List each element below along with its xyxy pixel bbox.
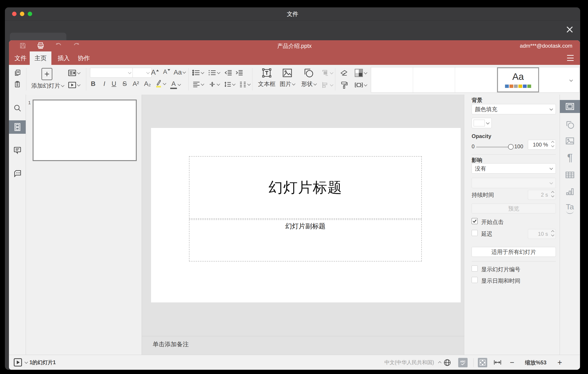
- zoom-level: 缩放%53: [525, 355, 546, 370]
- close-icon[interactable]: [566, 26, 574, 33]
- font-color-button[interactable]: A: [170, 80, 180, 89]
- apply-all-slides-button[interactable]: 适用于所有幻灯片: [472, 247, 556, 257]
- slide-title-text: 幻灯片标题: [269, 178, 342, 197]
- color-scheme-button[interactable]: [354, 68, 367, 77]
- image-settings-tab[interactable]: [560, 134, 580, 147]
- slide-info: 1的幻灯片1: [30, 355, 56, 370]
- add-slide-icon[interactable]: [42, 68, 52, 80]
- toolbar: 添加幻灯片 A A Aa: [9, 65, 580, 95]
- change-case-button[interactable]: Aa: [174, 68, 185, 76]
- underline-button[interactable]: U: [111, 80, 117, 88]
- slide-settings-tab[interactable]: [560, 100, 580, 113]
- tab-home[interactable]: 主页: [30, 51, 51, 65]
- effect-select[interactable]: 没有: [472, 163, 556, 174]
- opacity-slider-track[interactable]: [476, 146, 509, 148]
- start-on-click-checkbox[interactable]: [472, 218, 478, 224]
- line-spacing-button[interactable]: [224, 81, 235, 88]
- spell-check-button[interactable]: ABC: [458, 358, 468, 367]
- zoom-in-button[interactable]: +: [557, 355, 562, 370]
- preview-button[interactable]: 预览: [472, 204, 556, 213]
- decrease-font-icon[interactable]: A: [163, 68, 170, 75]
- increase-indent-icon[interactable]: [235, 69, 243, 76]
- right-icon-strip: ¶ Ta: [560, 95, 580, 355]
- textart-settings-tab[interactable]: Ta: [560, 201, 580, 215]
- strikeout-button[interactable]: S: [121, 80, 128, 88]
- chart-settings-tab[interactable]: [560, 185, 580, 198]
- notes-divider[interactable]: [142, 336, 464, 336]
- search-button[interactable]: [9, 101, 26, 115]
- opacity-slider-thumb[interactable]: [508, 144, 514, 150]
- superscript-button[interactable]: A²: [132, 80, 140, 88]
- font-size-select[interactable]: [133, 68, 152, 78]
- theme-cell[interactable]: [455, 67, 497, 92]
- theme-cell[interactable]: [413, 67, 455, 92]
- subtitle-placeholder[interactable]: 幻灯片副标题: [189, 220, 422, 262]
- notes-placeholder[interactable]: 单击添加备注: [153, 340, 189, 348]
- effect-option-select[interactable]: [472, 178, 556, 188]
- numbered-list-button[interactable]: [208, 69, 220, 76]
- document-language-icon[interactable]: [443, 359, 451, 366]
- slide-layout-button[interactable]: [68, 69, 80, 77]
- slide-size-button[interactable]: [354, 81, 367, 88]
- duration-spinner[interactable]: 2 s: [528, 190, 556, 200]
- slide-canvas[interactable]: 幻灯片标题 幻灯片副标题: [151, 128, 461, 302]
- theme-gallery-expand-button[interactable]: [563, 67, 579, 92]
- vertical-align-button[interactable]: [209, 81, 220, 88]
- chat-button[interactable]: [9, 167, 26, 180]
- shape-settings-tab[interactable]: [560, 118, 580, 131]
- theme-cell[interactable]: [539, 67, 563, 92]
- status-divider: [473, 358, 474, 367]
- language-selector[interactable]: 中文(中华人民共和国): [385, 355, 434, 370]
- fill-color-picker[interactable]: [472, 118, 492, 128]
- theme-cell-selected[interactable]: Aa: [497, 67, 539, 92]
- highlight-color-button[interactable]: [155, 79, 166, 88]
- decrease-indent-icon[interactable]: [224, 69, 232, 76]
- opacity-max-label: 100: [514, 143, 523, 150]
- zoom-out-button[interactable]: −: [510, 355, 514, 370]
- delay-spinner[interactable]: 10 s: [528, 229, 556, 239]
- tab-insert[interactable]: 插入: [56, 51, 71, 65]
- show-slide-number-checkbox[interactable]: [472, 265, 478, 272]
- bullet-list-button[interactable]: [192, 69, 204, 76]
- slide-settings-panel: 背景 颜色填充 Opacity 0 100 100 % 影响: [464, 95, 560, 355]
- title-placeholder[interactable]: 幻灯片标题: [189, 156, 422, 219]
- slides-panel-button[interactable]: [9, 120, 26, 134]
- opacity-min-label: 0: [472, 143, 474, 150]
- paragraph-settings-tab[interactable]: ¶: [560, 151, 580, 164]
- copy-style-icon[interactable]: [340, 81, 348, 89]
- subscript-button[interactable]: A₂: [143, 80, 152, 88]
- fit-to-slide-button[interactable]: [478, 358, 487, 367]
- copy-icon[interactable]: [13, 68, 22, 77]
- menu-icon[interactable]: [567, 55, 574, 61]
- opacity-value-spinner[interactable]: 100 %: [528, 140, 556, 150]
- theme-cell[interactable]: [371, 67, 413, 92]
- fit-to-width-button[interactable]: [494, 359, 502, 366]
- start-slideshow-button[interactable]: [68, 81, 80, 88]
- slide-thumbnail[interactable]: [33, 99, 137, 161]
- columns-button[interactable]: [239, 81, 250, 88]
- tab-file[interactable]: 文件: [13, 51, 28, 65]
- shape-button[interactable]: 形状: [298, 67, 319, 88]
- horizontal-align-button[interactable]: [193, 81, 204, 88]
- comments-button[interactable]: [9, 143, 26, 157]
- tab-collaboration[interactable]: 协作: [77, 51, 91, 65]
- font-name-select[interactable]: [90, 68, 133, 78]
- status-bar: 1的幻灯片1 中文(中华人民共和国) ABC − 缩放%53 +: [9, 355, 580, 370]
- app-header: 产品介绍.pptx adm***@dootask.com 文件 主页 插入 协作: [9, 40, 580, 65]
- arrange-button[interactable]: [321, 69, 333, 77]
- background-heading: 背景: [472, 97, 482, 104]
- bold-button[interactable]: B: [90, 80, 96, 88]
- align-objects-button[interactable]: [321, 81, 333, 88]
- show-date-time-checkbox[interactable]: [472, 277, 478, 283]
- table-settings-tab[interactable]: [560, 168, 580, 181]
- image-button[interactable]: 图片: [277, 67, 298, 88]
- fill-type-select[interactable]: 颜色填充: [472, 104, 556, 114]
- increase-font-icon[interactable]: A: [151, 68, 159, 77]
- clear-style-icon[interactable]: [340, 69, 348, 76]
- add-slide-button[interactable]: 添加幻灯片: [31, 82, 64, 90]
- italic-button[interactable]: I: [101, 80, 108, 88]
- delay-checkbox[interactable]: [472, 230, 478, 236]
- paste-icon[interactable]: [13, 80, 22, 88]
- text-box-button[interactable]: 文本框: [257, 67, 276, 88]
- start-slideshow-status-button[interactable]: [13, 358, 28, 367]
